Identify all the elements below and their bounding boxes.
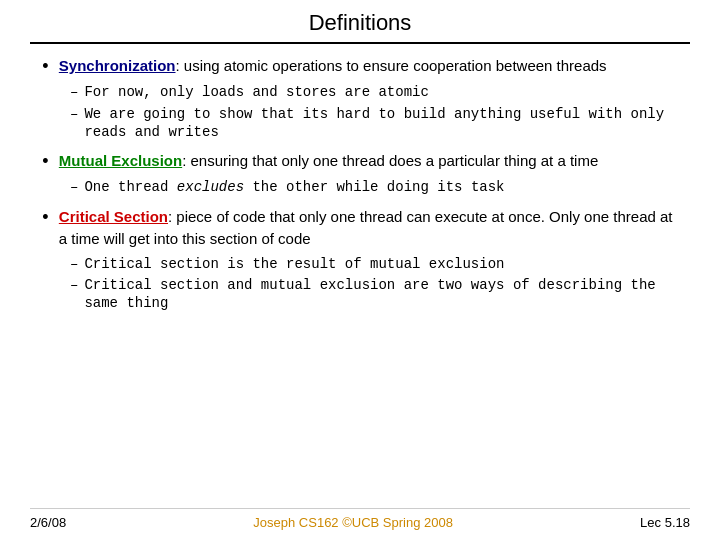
slide-title: Definitions bbox=[30, 10, 690, 36]
sync-sub-1: – For now, only loads and stores are ato… bbox=[70, 83, 680, 101]
bullet-text-critical: Critical Section: piece of code that onl… bbox=[59, 207, 680, 252]
term-critical-section: Critical Section bbox=[59, 208, 168, 225]
sub-dash-5: – bbox=[70, 276, 78, 294]
sync-sub-text-1: For now, only loads and stores are atomi… bbox=[84, 83, 428, 101]
mutual-sub-text-1: One thread excludes the other while doin… bbox=[84, 178, 504, 196]
bullet-text-mutual: Mutual Exclusion: ensuring that only one… bbox=[59, 151, 598, 173]
sync-sub-text-2: We are going to show that its hard to bu… bbox=[84, 105, 680, 141]
critical-sub-text-1: Critical section is the result of mutual… bbox=[84, 255, 504, 273]
footer: 2/6/08 Joseph CS162 ©UCB Spring 2008 Lec… bbox=[30, 508, 690, 530]
bullet-item-sync: • Synchronization: using atomic operatio… bbox=[40, 56, 680, 141]
bullet-text-sync: Synchronization: using atomic operations… bbox=[59, 56, 607, 78]
sync-sub-2: – We are going to show that its hard to … bbox=[70, 105, 680, 141]
sync-body: : using atomic operations to ensure coop… bbox=[176, 57, 607, 74]
sync-sub-bullets: – For now, only loads and stores are ato… bbox=[70, 83, 680, 141]
bullet-main-critical: • Critical Section: piece of code that o… bbox=[40, 207, 680, 252]
sub-dash-3: – bbox=[70, 178, 78, 196]
mutual-body: : ensuring that only one thread does a p… bbox=[182, 152, 598, 169]
bullet-dot-mutual: • bbox=[40, 151, 51, 174]
content-area: • Synchronization: using atomic operatio… bbox=[30, 56, 690, 504]
footer-date: 2/6/08 bbox=[30, 515, 66, 530]
term-mutual-exclusion: Mutual Exclusion bbox=[59, 152, 182, 169]
footer-lec: Lec 5.18 bbox=[640, 515, 690, 530]
bullet-item-mutual: • Mutual Exclusion: ensuring that only o… bbox=[40, 151, 680, 197]
critical-sub-1: – Critical section is the result of mutu… bbox=[70, 255, 680, 273]
mutual-sub-bullets: – One thread excludes the other while do… bbox=[70, 178, 680, 196]
bullet-item-critical: • Critical Section: piece of code that o… bbox=[40, 207, 680, 313]
excludes-italic: excludes bbox=[177, 179, 244, 195]
bullet-main-mutual: • Mutual Exclusion: ensuring that only o… bbox=[40, 151, 680, 174]
term-synchronization: Synchronization bbox=[59, 57, 176, 74]
bullet-dot-sync: • bbox=[40, 56, 51, 79]
mutual-sub-1: – One thread excludes the other while do… bbox=[70, 178, 680, 196]
title-section: Definitions bbox=[30, 10, 690, 44]
critical-sub-text-2: Critical section and mutual exclusion ar… bbox=[84, 276, 680, 312]
footer-center: Joseph CS162 ©UCB Spring 2008 bbox=[253, 515, 453, 530]
sub-dash-1: – bbox=[70, 83, 78, 101]
bullet-main-sync: • Synchronization: using atomic operatio… bbox=[40, 56, 680, 79]
slide: Definitions • Synchronization: using ato… bbox=[0, 0, 720, 540]
bullet-dot-critical: • bbox=[40, 207, 51, 230]
sub-dash-2: – bbox=[70, 105, 78, 123]
critical-sub-bullets: – Critical section is the result of mutu… bbox=[70, 255, 680, 313]
sub-dash-4: – bbox=[70, 255, 78, 273]
critical-sub-2: – Critical section and mutual exclusion … bbox=[70, 276, 680, 312]
